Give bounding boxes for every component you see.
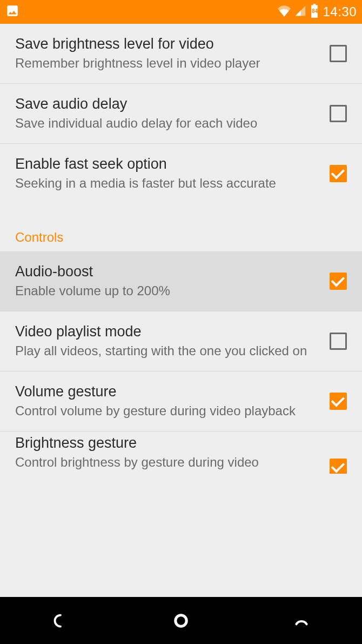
status-left: [5, 4, 19, 20]
svg-point-0: [176, 615, 186, 626]
battery-icon: 84: [310, 3, 319, 21]
navigation-bar: [0, 597, 362, 644]
setting-subtitle: Enable volume up to 200%: [15, 282, 319, 299]
checkbox[interactable]: [330, 45, 347, 62]
status-right: 84 14:30: [277, 3, 357, 21]
setting-video-playlist[interactable]: Video playlist mode Play all videos, sta…: [0, 311, 362, 371]
checkbox[interactable]: [330, 105, 347, 122]
setting-title: Volume gesture: [15, 383, 319, 400]
setting-text: Brightness gesture Control brightness by…: [15, 435, 330, 470]
setting-title: Save audio delay: [15, 96, 319, 112]
setting-brightness-gesture[interactable]: Brightness gesture Control brightness by…: [0, 431, 362, 474]
setting-save-brightness[interactable]: Save brightness level for video Remember…: [0, 24, 362, 84]
status-bar: 84 14:30: [0, 0, 362, 24]
image-icon: [5, 4, 19, 20]
setting-title: Enable fast seek option: [15, 156, 319, 172]
back-button[interactable]: [50, 610, 71, 632]
setting-text: Video playlist mode Play all videos, sta…: [15, 323, 330, 359]
setting-title: Brightness gesture: [15, 435, 319, 452]
home-button[interactable]: [170, 610, 192, 632]
settings-list[interactable]: Save brightness level for video Remember…: [0, 24, 362, 597]
checkbox[interactable]: [330, 165, 347, 182]
checkbox[interactable]: [330, 459, 347, 474]
setting-text: Audio-boost Enable volume up to 200%: [15, 263, 330, 299]
setting-save-audio-delay[interactable]: Save audio delay Save individual audio d…: [0, 84, 362, 144]
section-controls: Controls: [0, 204, 362, 251]
setting-title: Save brightness level for video: [15, 36, 319, 52]
recent-button[interactable]: [291, 610, 312, 632]
setting-subtitle: Control volume by gesture during video p…: [15, 402, 319, 419]
setting-fast-seek[interactable]: Enable fast seek option Seeking in a med…: [0, 144, 362, 203]
checkbox[interactable]: [330, 333, 347, 350]
setting-subtitle: Play all videos, starting with the one y…: [15, 342, 319, 359]
setting-subtitle: Remember brightness level in video playe…: [15, 55, 319, 71]
setting-title: Audio-boost: [15, 263, 319, 280]
setting-title: Video playlist mode: [15, 323, 319, 340]
wifi-icon: [277, 5, 291, 19]
checkbox[interactable]: [330, 393, 347, 410]
signal-icon: [294, 5, 306, 19]
setting-subtitle: Save individual audio delay for each vid…: [15, 115, 319, 131]
setting-text: Enable fast seek option Seeking in a med…: [15, 156, 330, 191]
setting-subtitle: Seeking in a media is faster but less ac…: [15, 175, 319, 191]
setting-text: Save brightness level for video Remember…: [15, 36, 330, 71]
setting-volume-gesture[interactable]: Volume gesture Control volume by gesture…: [0, 371, 362, 431]
setting-text: Save audio delay Save individual audio d…: [15, 96, 330, 131]
setting-audio-boost[interactable]: Audio-boost Enable volume up to 200%: [0, 251, 362, 311]
clock: 14:30: [323, 4, 357, 19]
checkbox[interactable]: [330, 273, 347, 290]
setting-subtitle: Control brightness by gesture during vid…: [15, 454, 319, 470]
setting-text: Volume gesture Control volume by gesture…: [15, 383, 330, 419]
